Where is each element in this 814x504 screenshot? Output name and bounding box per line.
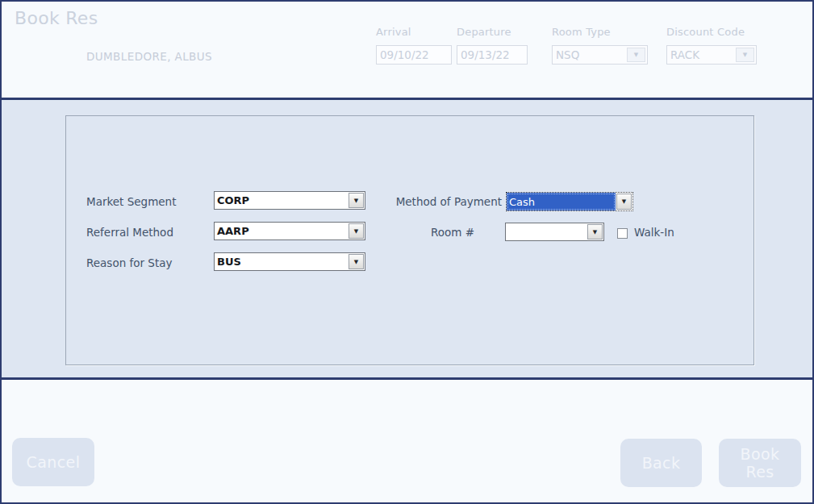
discount-code-field: Discount Code RACK ▼ xyxy=(666,26,757,65)
departure-input[interactable]: 09/13/22 xyxy=(457,45,528,65)
room-type-field: Room Type NSQ ▼ xyxy=(552,26,648,65)
method-of-payment-dropdown[interactable]: Cash ▼ xyxy=(506,192,633,211)
walk-in-checkbox[interactable] xyxy=(617,228,628,239)
market-segment-value: CORP xyxy=(215,192,348,209)
discount-code-value: RACK xyxy=(667,46,734,64)
guest-name: DUMBLEDORE, ALBUS xyxy=(86,50,212,63)
reason-for-stay-dropdown[interactable]: BUS ▼ xyxy=(214,252,365,271)
departure-value: 09/13/22 xyxy=(461,48,510,61)
dropdown-arrow-icon: ▼ xyxy=(627,48,645,62)
back-button[interactable]: Back xyxy=(620,439,702,487)
arrival-input[interactable]: 09/10/22 xyxy=(376,45,452,65)
reason-for-stay-value: BUS xyxy=(215,253,348,270)
dropdown-arrow-icon[interactable]: ▼ xyxy=(587,224,603,240)
reason-for-stay-label: Reason for Stay xyxy=(86,256,172,269)
content-panel xyxy=(65,115,754,365)
dropdown-arrow-icon[interactable]: ▼ xyxy=(349,223,364,239)
arrival-value: 09/10/22 xyxy=(380,48,429,61)
referral-method-value: AARP xyxy=(215,223,348,240)
walk-in-label: Walk-In xyxy=(634,226,674,239)
room-number-value xyxy=(506,223,586,240)
room-number-label: Room # xyxy=(363,226,474,239)
dropdown-arrow-icon: ▼ xyxy=(736,48,754,62)
book-res-window: Book Res DUMBLEDORE, ALBUS Arrival 09/10… xyxy=(0,0,814,504)
room-type-value: NSQ xyxy=(553,46,625,64)
room-type-dropdown[interactable]: NSQ ▼ xyxy=(552,45,648,65)
discount-code-dropdown[interactable]: RACK ▼ xyxy=(666,45,757,65)
book-res-button[interactable]: Book Res xyxy=(719,439,801,487)
method-of-payment-value: Cash xyxy=(507,193,616,210)
dropdown-arrow-icon[interactable]: ▼ xyxy=(349,254,364,269)
method-of-payment-label: Method of Payment xyxy=(363,195,502,208)
discount-code-label: Discount Code xyxy=(666,26,757,38)
room-type-label: Room Type xyxy=(552,26,648,38)
departure-label: Departure xyxy=(457,26,528,38)
arrival-field: Arrival 09/10/22 xyxy=(376,26,452,65)
arrival-label: Arrival xyxy=(376,26,452,38)
dropdown-arrow-icon[interactable]: ▼ xyxy=(349,193,364,208)
room-number-dropdown[interactable]: ▼ xyxy=(505,223,604,241)
page-title: Book Res xyxy=(15,8,98,28)
market-segment-label: Market Segment xyxy=(86,195,176,208)
market-segment-dropdown[interactable]: CORP ▼ xyxy=(214,191,365,210)
referral-method-dropdown[interactable]: AARP ▼ xyxy=(214,222,365,240)
referral-method-label: Referral Method xyxy=(86,226,173,239)
departure-field: Departure 09/13/22 xyxy=(457,26,528,65)
cancel-button[interactable]: Cancel xyxy=(12,438,94,486)
dropdown-arrow-icon[interactable]: ▼ xyxy=(616,194,632,210)
